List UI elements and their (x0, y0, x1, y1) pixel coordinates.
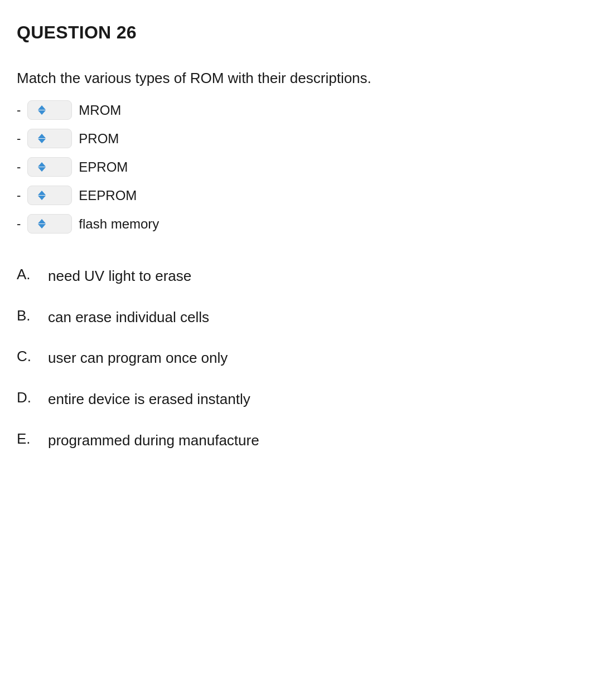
sort-icon (38, 219, 46, 229)
chevron-up-icon (38, 105, 46, 110)
answer-letter-c: C. (17, 348, 39, 365)
answer-text-a: need UV light to erase (48, 266, 191, 287)
question-text: Match the various types of ROM with thei… (17, 70, 572, 87)
answer-d: D. entire device is erased instantly (17, 379, 572, 420)
eprom-dropdown[interactable] (27, 157, 72, 177)
prom-dropdown[interactable] (27, 129, 72, 148)
row-dash: - (17, 217, 21, 231)
mrom-dropdown[interactable] (27, 100, 72, 120)
answer-c: C. user can program once only (17, 338, 572, 379)
eprom-label: EPROM (79, 159, 128, 175)
answer-letter-d: D. (17, 389, 39, 406)
answer-letter-b: B. (17, 307, 39, 324)
answer-text-d: entire device is erased instantly (48, 389, 250, 410)
answer-letter-e: E. (17, 430, 39, 448)
sort-icon (38, 162, 46, 172)
answer-b: B. can erase individual cells (17, 297, 572, 338)
sort-icon (38, 191, 46, 200)
chevron-down-icon (38, 167, 46, 172)
chevron-up-icon (38, 134, 46, 138)
chevron-down-icon (38, 224, 46, 229)
match-row: - PROM (17, 129, 572, 148)
row-dash: - (17, 160, 21, 174)
mrom-label: MROM (79, 103, 121, 118)
chevron-down-icon (38, 110, 46, 115)
sort-icon (38, 134, 46, 143)
match-row: - EEPROM (17, 186, 572, 205)
chevron-up-icon (38, 191, 46, 195)
chevron-down-icon (38, 196, 46, 200)
question-title: QUESTION 26 (17, 22, 572, 43)
answer-letter-a: A. (17, 266, 39, 283)
match-row: - EPROM (17, 157, 572, 177)
row-dash: - (17, 132, 21, 146)
answer-text-b: can erase individual cells (48, 307, 209, 328)
eeprom-label: EEPROM (79, 188, 137, 203)
chevron-down-icon (38, 139, 46, 143)
prom-label: PROM (79, 131, 119, 147)
match-items-container: - MROM - PROM - EPR (17, 100, 572, 234)
match-row: - MROM (17, 100, 572, 120)
answer-a: A. need UV light to erase (17, 256, 572, 297)
sort-icon (38, 105, 46, 115)
answer-text-e: programmed during manufacture (48, 430, 259, 451)
chevron-up-icon (38, 219, 46, 223)
answers-list: A. need UV light to erase B. can erase i… (17, 256, 572, 461)
chevron-up-icon (38, 162, 46, 167)
flash-memory-dropdown[interactable] (27, 214, 72, 234)
match-row: - flash memory (17, 214, 572, 234)
row-dash: - (17, 188, 21, 203)
answer-text-c: user can program once only (48, 348, 228, 369)
flash-memory-label: flash memory (79, 216, 159, 232)
row-dash: - (17, 103, 21, 118)
answer-e: E. programmed during manufacture (17, 420, 572, 461)
eeprom-dropdown[interactable] (27, 186, 72, 205)
